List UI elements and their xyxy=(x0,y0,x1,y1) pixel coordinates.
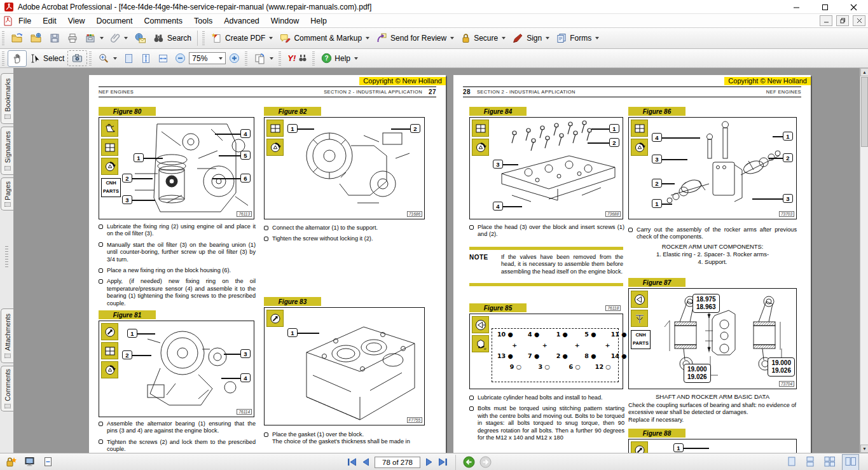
note-separator-bar xyxy=(469,283,623,286)
page-number-input[interactable]: 78 of 278 xyxy=(375,457,420,468)
zoom-out-button[interactable] xyxy=(172,51,189,66)
scroll-down-button[interactable]: ▼ xyxy=(860,445,868,453)
next-view-button[interactable] xyxy=(479,456,492,468)
circular-arrow-icon xyxy=(631,441,648,453)
shaft-data-text: Check the coupling surfaces of bearing a… xyxy=(628,402,797,424)
last-page-button[interactable] xyxy=(437,457,448,467)
figure-80-callout: 6 xyxy=(240,174,251,183)
hand-tool-button[interactable] xyxy=(8,50,27,67)
doc-minimize-button[interactable] xyxy=(820,15,832,26)
continuous-layout-button[interactable] xyxy=(803,455,817,470)
page-28-header: 28SECTION 2 - INDUSTRIAL APPLICATION NEF… xyxy=(463,86,801,97)
pdf-page-28[interactable]: Copyright © New Holland 28SECTION 2 - IN… xyxy=(453,75,811,453)
scrollbar-thumb[interactable] xyxy=(861,77,868,147)
create-pdf-button[interactable]: Create PDF xyxy=(208,31,276,46)
figure-83-title: Figure 83 xyxy=(264,297,321,306)
search-button[interactable]: Search xyxy=(149,31,195,46)
fit-page-button[interactable] xyxy=(137,51,155,66)
figure-84-title: Figure 84 xyxy=(469,107,527,116)
fit-width-button[interactable] xyxy=(155,51,172,66)
menu-comments[interactable]: Comments xyxy=(139,15,188,27)
scroll-up-button[interactable]: ▲ xyxy=(860,68,868,76)
menu-view[interactable]: View xyxy=(62,15,91,27)
menu-advanced[interactable]: Advanced xyxy=(218,15,265,27)
zoom-level-combobox[interactable]: 75% xyxy=(189,52,226,64)
doc-restore-button[interactable] xyxy=(836,15,849,26)
select-tool-button[interactable]: Select xyxy=(27,51,67,66)
pdf-page-27[interactable]: Copyright © New Holland NEF ENGINES SECT… xyxy=(89,75,446,453)
first-page-button[interactable] xyxy=(347,457,357,467)
snapshot-button[interactable] xyxy=(67,50,87,66)
main-toolbar: Search Create PDF Comment & Markup Send … xyxy=(0,28,868,49)
tab-attachments[interactable]: Attachments xyxy=(1,308,13,363)
open-button[interactable] xyxy=(8,31,27,46)
header-right: NEF ENGINES xyxy=(766,89,801,95)
create-pdf-label: Create PDF xyxy=(225,34,265,43)
figure-86: 4 3 2 1 1 2 3 73703 xyxy=(628,117,797,219)
hand-icon xyxy=(11,53,23,64)
toolbar-grip[interactable] xyxy=(89,52,92,66)
figure-81: 1 2 3 4 76114 xyxy=(99,321,254,417)
toolbar-grip[interactable] xyxy=(245,52,247,66)
continuous-facing-layout-button[interactable] xyxy=(822,455,837,470)
dropdown-arrow-icon xyxy=(502,37,506,39)
security-lock-icon[interactable] xyxy=(5,456,17,467)
open-web-button[interactable] xyxy=(27,31,46,46)
close-button[interactable] xyxy=(839,0,868,14)
statusbar-separator xyxy=(455,455,456,470)
menu-tools[interactable]: Tools xyxy=(188,15,218,27)
toolbar-grip[interactable] xyxy=(202,31,205,45)
organizer-button[interactable] xyxy=(81,31,107,46)
print-button[interactable] xyxy=(64,31,81,46)
help-button[interactable]: ?Help xyxy=(318,51,361,66)
menu-help[interactable]: Help xyxy=(305,15,333,27)
zoom-in-button[interactable] xyxy=(226,51,243,66)
menu-document[interactable]: Document xyxy=(91,15,139,27)
panel-splitter-grip[interactable] xyxy=(5,246,8,268)
secure-button[interactable]: Secure xyxy=(457,31,509,46)
page-size-icon[interactable] xyxy=(43,457,53,467)
actual-size-button[interactable] xyxy=(120,51,137,66)
figure-82: 1 2 71686 xyxy=(264,117,425,219)
fit-height-icon xyxy=(141,53,151,64)
toolbar-grip[interactable] xyxy=(279,52,281,66)
sign-button[interactable]: Sign xyxy=(509,31,553,46)
minimize-button[interactable] xyxy=(782,0,811,14)
email-button[interactable] xyxy=(131,31,149,46)
bullet-text: Tighten the screw without locking it (2)… xyxy=(272,235,373,242)
forms-button[interactable]: Forms xyxy=(553,31,602,46)
menu-edit[interactable]: Edit xyxy=(37,15,62,27)
send-for-review-button[interactable]: Send for Review xyxy=(373,31,457,46)
menu-window[interactable]: Window xyxy=(265,15,305,27)
previous-page-button[interactable] xyxy=(362,457,370,467)
bullet-text: Lubricate cylinder head bolts and instal… xyxy=(478,394,603,401)
copyright-banner: Copyright © New Holland xyxy=(724,77,811,85)
menu-file[interactable]: File xyxy=(13,15,37,27)
zoom-tool-button[interactable] xyxy=(95,51,120,66)
vertical-scrollbar[interactable]: ▲ ▼ xyxy=(860,68,868,453)
figure-84-callout: 1 xyxy=(609,124,619,133)
maximize-button[interactable] xyxy=(811,0,839,14)
previous-view-button[interactable] xyxy=(463,456,475,468)
tab-bookmarks[interactable]: Bookmarks xyxy=(1,73,13,124)
facing-layout-button[interactable] xyxy=(842,454,859,470)
doc-minimize-icon xyxy=(823,18,829,24)
yahoo-search-button[interactable]: Y! xyxy=(284,52,310,65)
tab-signatures[interactable]: Signatures xyxy=(1,127,13,175)
attach-button[interactable] xyxy=(107,31,131,46)
screen-mode-icon[interactable] xyxy=(24,457,36,467)
single-page-layout-button[interactable] xyxy=(785,455,799,470)
tab-comments[interactable]: Comments xyxy=(1,366,13,411)
bullet-text: Connect the alternator (1) to the suppor… xyxy=(272,225,378,232)
next-page-button[interactable] xyxy=(425,457,433,467)
toolbar-grip[interactable] xyxy=(312,52,315,66)
tab-pages[interactable]: Pages xyxy=(1,177,13,211)
page-display-button[interactable] xyxy=(251,51,277,66)
doc-close-button[interactable] xyxy=(853,15,865,26)
toolbar-grip[interactable] xyxy=(2,31,4,45)
save-button[interactable] xyxy=(46,31,64,46)
bullet-text: Apply, (if needed) new fixing ring on th… xyxy=(107,278,256,307)
toolbar-grip[interactable] xyxy=(2,52,4,66)
figure-80-callout: 4 xyxy=(240,129,251,138)
comment-markup-button[interactable]: Comment & Markup xyxy=(276,31,373,46)
